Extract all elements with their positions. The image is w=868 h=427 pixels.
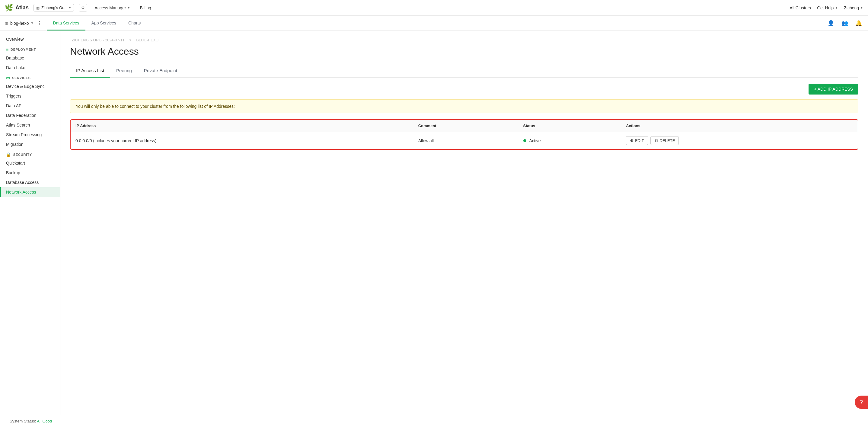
- second-nav-tabs: Data Services App Services Charts: [47, 16, 147, 30]
- user-menu-link[interactable]: Zicheng ▼: [844, 5, 863, 10]
- ip-table-container: IP Address Comment Status Actions 0.0.0.…: [70, 119, 858, 150]
- access-manager-link[interactable]: Access Manager ▼: [92, 4, 132, 11]
- bottom-status: System Status: All Good: [0, 415, 868, 427]
- floating-help-icon: ?: [860, 399, 863, 405]
- sidebar-section-deployment: ≡ DEPLOYMENT: [0, 44, 60, 53]
- second-nav-icons: 👤 👥 🔔: [826, 19, 863, 28]
- org-name: Zicheng's Or...: [41, 5, 66, 10]
- tab-app-services[interactable]: App Services: [85, 16, 122, 30]
- tab-private-endpoint[interactable]: Private Endpoint: [138, 64, 183, 78]
- sidebar-section-services: ▭ SERVICES: [0, 72, 60, 82]
- network-access-tabs: IP Access List Peering Private Endpoint: [70, 64, 858, 78]
- breadcrumb-org[interactable]: ZICHENG'S ORG - 2024-07-11: [72, 38, 125, 42]
- project-folder-icon: ▦: [5, 21, 8, 25]
- breadcrumb-project[interactable]: BLOG-HEXO: [136, 38, 158, 42]
- sidebar-item-stream-processing[interactable]: Stream Processing: [0, 130, 60, 140]
- sidebar-item-overview[interactable]: Overview: [0, 34, 60, 44]
- warning-banner-text: You will only be able to connect to your…: [76, 104, 235, 109]
- edit-label: EDIT: [635, 138, 644, 143]
- ip-table-header: IP Address Comment Status Actions: [71, 120, 858, 132]
- cell-actions: ⚙ EDIT 🗑 DELETE: [621, 132, 858, 150]
- top-nav: 🌿 Atlas ▦ Zicheng's Or... ▼ ⚙ Access Man…: [0, 0, 868, 16]
- floating-help-button[interactable]: ?: [855, 396, 868, 409]
- main-content: ZICHENG'S ORG - 2024-07-11 > BLOG-HEXO N…: [60, 31, 868, 415]
- tab-ip-access-list[interactable]: IP Access List: [70, 64, 110, 78]
- system-status-label: System Status:: [10, 419, 36, 423]
- col-comment: Comment: [413, 120, 519, 132]
- breadcrumb-separator: >: [129, 38, 132, 42]
- top-nav-right: All Clusters Get Help ▼ Zicheng ▼: [789, 5, 863, 10]
- sidebar-section-security: 🔒 SECURITY: [0, 149, 60, 158]
- col-status: Status: [519, 120, 621, 132]
- logo-text: Atlas: [16, 4, 29, 11]
- logo-area: 🌿 Atlas: [5, 4, 29, 12]
- sidebar-item-database-access[interactable]: Database Access: [0, 178, 60, 187]
- security-lock-icon: 🔒: [6, 152, 11, 157]
- action-buttons: ⚙ EDIT 🗑 DELETE: [626, 136, 853, 145]
- cell-ip-address: 0.0.0.0/0 (includes your current IP addr…: [71, 132, 413, 150]
- col-actions: Actions: [621, 120, 858, 132]
- page-title: Network Access: [70, 46, 858, 57]
- cell-status: Active: [519, 132, 621, 150]
- warning-banner: You will only be able to connect to your…: [70, 99, 858, 113]
- sidebar-item-triggers[interactable]: Triggers: [0, 91, 60, 101]
- sidebar-item-device-edge-sync[interactable]: Device & Edge Sync: [0, 82, 60, 91]
- add-ip-btn-container: + ADD IP ADDRESS: [70, 84, 858, 94]
- tab-charts[interactable]: Charts: [122, 16, 147, 30]
- cell-comment: Allow all: [413, 132, 519, 150]
- sidebar-item-data-federation[interactable]: Data Federation: [0, 111, 60, 120]
- second-bar: ▦ blog-hexo ▼ ⋮ Data Services App Servic…: [0, 16, 868, 31]
- services-icon: ▭: [6, 75, 10, 80]
- all-clusters-link[interactable]: All Clusters: [789, 5, 811, 10]
- settings-button[interactable]: ⚙: [79, 4, 87, 11]
- ip-table-header-row: IP Address Comment Status Actions: [71, 120, 858, 132]
- project-more-options[interactable]: ⋮: [35, 20, 44, 26]
- main-layout: Overview ≡ DEPLOYMENT Database Data Lake…: [0, 31, 868, 415]
- org-icon: ▦: [36, 6, 39, 10]
- notification-bell-icon[interactable]: 🔔: [854, 19, 863, 28]
- ip-access-table: IP Address Comment Status Actions 0.0.0.…: [71, 120, 858, 149]
- access-manager-chevron-icon: ▼: [127, 6, 130, 9]
- col-ip-address: IP Address: [71, 120, 413, 132]
- tab-peering[interactable]: Peering: [110, 64, 138, 78]
- sidebar-item-data-api[interactable]: Data API: [0, 101, 60, 111]
- sidebar-item-migration[interactable]: Migration: [0, 140, 60, 149]
- system-status-value: All Good: [37, 419, 52, 423]
- billing-link[interactable]: Billing: [137, 4, 154, 11]
- status-text: Active: [529, 138, 540, 143]
- project-name: blog-hexo: [10, 21, 29, 26]
- status-dot-icon: [523, 139, 526, 142]
- get-help-link[interactable]: Get Help ▼: [817, 5, 838, 10]
- deployment-icon: ≡: [6, 47, 9, 52]
- sidebar: Overview ≡ DEPLOYMENT Database Data Lake…: [0, 31, 60, 415]
- person-check-icon[interactable]: 👥: [840, 19, 849, 28]
- add-ip-address-button[interactable]: + ADD IP ADDRESS: [809, 84, 858, 94]
- org-selector[interactable]: ▦ Zicheng's Or... ▼: [33, 4, 74, 11]
- delete-button[interactable]: 🗑 DELETE: [650, 136, 679, 145]
- project-chevron-icon: ▼: [31, 22, 34, 25]
- ip-table-body: 0.0.0.0/0 (includes your current IP addr…: [71, 132, 858, 150]
- edit-gear-icon: ⚙: [630, 138, 633, 143]
- tab-data-services[interactable]: Data Services: [47, 16, 85, 30]
- sidebar-item-network-access[interactable]: Network Access: [0, 187, 60, 197]
- edit-button[interactable]: ⚙ EDIT: [626, 136, 648, 145]
- table-row: 0.0.0.0/0 (includes your current IP addr…: [71, 132, 858, 150]
- project-selector[interactable]: ▦ blog-hexo ▼: [5, 21, 33, 26]
- sidebar-item-backup[interactable]: Backup: [0, 168, 60, 178]
- get-help-chevron-icon: ▼: [835, 6, 838, 9]
- breadcrumb: ZICHENG'S ORG - 2024-07-11 > BLOG-HEXO: [70, 38, 858, 42]
- sidebar-item-atlas-search[interactable]: Atlas Search: [0, 120, 60, 130]
- delete-label: DELETE: [660, 138, 675, 143]
- sidebar-item-database[interactable]: Database: [0, 53, 60, 63]
- user-menu-chevron-icon: ▼: [860, 6, 863, 9]
- sidebar-item-data-lake[interactable]: Data Lake: [0, 63, 60, 72]
- atlas-leaf-icon: 🌿: [5, 4, 13, 12]
- delete-trash-icon: 🗑: [654, 138, 658, 143]
- org-chevron-icon: ▼: [68, 6, 71, 9]
- person-add-icon[interactable]: 👤: [826, 19, 835, 28]
- sidebar-item-quickstart[interactable]: Quickstart: [0, 158, 60, 168]
